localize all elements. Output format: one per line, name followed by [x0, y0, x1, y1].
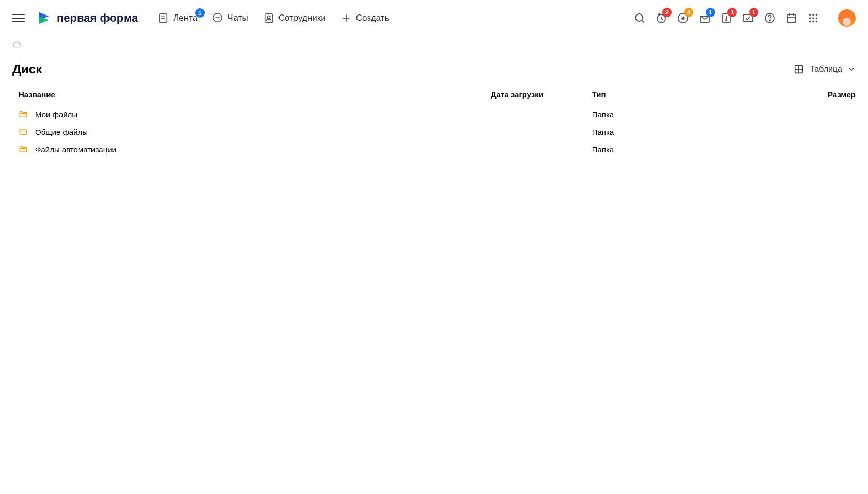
grid-view-icon	[793, 64, 804, 75]
svg-point-31	[809, 17, 811, 19]
table-row[interactable]: Общие файлы Папка	[12, 123, 868, 141]
folder-icon	[19, 145, 28, 154]
cloud-icon[interactable]	[12, 40, 22, 50]
help-button[interactable]	[764, 12, 776, 24]
chat-icon	[212, 12, 223, 24]
table-header: Название Дата загрузки Тип Размер	[12, 85, 868, 105]
view-switcher[interactable]: Таблица	[793, 64, 856, 75]
favorites-badge: 4	[684, 8, 693, 17]
svg-point-6	[267, 16, 270, 19]
svg-point-34	[809, 21, 811, 23]
svg-rect-5	[265, 14, 272, 23]
row-name-text: Общие файлы	[35, 128, 88, 136]
table-row[interactable]: Мои файлы Папка	[12, 105, 868, 123]
table-body: Мои файлы Папка Общие файлы Папка Файлы …	[12, 105, 868, 158]
page-title: Диск	[12, 62, 42, 76]
nav-chats[interactable]: Чаты	[212, 12, 248, 24]
nav-create-label: Создать	[356, 13, 390, 23]
alert-badge: 1	[727, 8, 737, 17]
calendar-button[interactable]	[785, 12, 798, 24]
folder-icon	[19, 110, 28, 119]
apps-button[interactable]	[807, 12, 819, 24]
col-header-size[interactable]: Размер	[778, 90, 862, 99]
inbox-badge: 1	[706, 8, 715, 17]
view-label: Таблица	[810, 65, 842, 74]
breadcrumb	[0, 36, 868, 54]
alert-button[interactable]: 1	[720, 12, 733, 24]
nav-employees-label: Сотрудники	[278, 13, 326, 23]
nav-create[interactable]: Создать	[340, 12, 390, 24]
svg-point-23	[769, 20, 770, 21]
svg-line-10	[642, 20, 644, 23]
brand-name: первая форма	[57, 11, 138, 25]
nav-feed[interactable]: Лента 1	[158, 12, 197, 24]
row-type: Папка	[592, 145, 778, 154]
svg-point-35	[812, 21, 814, 23]
page-header: Диск Таблица	[0, 54, 868, 85]
svg-point-28	[809, 14, 811, 16]
file-table: Название Дата загрузки Тип Размер Мои фа…	[12, 85, 868, 158]
svg-point-33	[816, 17, 818, 19]
row-type: Папка	[592, 110, 778, 119]
brand-logo[interactable]: первая форма	[36, 10, 138, 26]
row-type: Папка	[592, 128, 778, 136]
col-header-type[interactable]: Тип	[592, 90, 778, 99]
table-row[interactable]: Файлы автоматизации Папка	[12, 141, 868, 158]
approve-button[interactable]: 1	[742, 12, 754, 24]
search-icon	[633, 12, 646, 24]
svg-point-30	[816, 14, 818, 16]
clock-button[interactable]: 2	[655, 12, 668, 24]
svg-point-29	[812, 14, 814, 16]
nav-feed-label: Лента	[173, 13, 197, 23]
user-avatar[interactable]	[838, 9, 856, 27]
row-name-text: Файлы автоматизации	[35, 145, 116, 154]
inbox-button[interactable]: 1	[699, 12, 711, 24]
header-actions: 2 4 1 1	[633, 9, 856, 27]
nav-feed-badge: 1	[195, 8, 205, 18]
main-nav: Лента 1 Чаты Сотрудники Создать	[158, 12, 389, 24]
help-icon	[764, 12, 776, 24]
logo-icon	[36, 10, 52, 26]
svg-point-36	[816, 21, 818, 23]
svg-point-20	[726, 20, 727, 21]
clock-badge: 2	[662, 8, 672, 17]
svg-point-9	[636, 14, 643, 21]
nav-employees[interactable]: Сотрудники	[263, 12, 326, 24]
svg-line-13	[661, 19, 663, 20]
nav-chats-label: Чаты	[227, 13, 248, 23]
col-header-date[interactable]: Дата загрузки	[491, 90, 592, 99]
approve-badge: 1	[749, 8, 758, 17]
svg-rect-0	[160, 14, 167, 23]
chevron-down-icon	[847, 65, 856, 73]
feed-icon	[158, 12, 169, 24]
svg-point-32	[812, 17, 814, 19]
apps-grid-icon	[808, 12, 819, 24]
svg-rect-24	[787, 14, 796, 23]
app-header: первая форма Лента 1 Чаты Со	[0, 0, 868, 36]
plus-icon	[340, 12, 352, 24]
row-name-text: Мои файлы	[35, 110, 78, 119]
col-header-name[interactable]: Название	[19, 90, 491, 99]
menu-toggle-button[interactable]	[12, 12, 25, 24]
employees-icon	[263, 12, 274, 24]
favorites-button[interactable]: 4	[677, 12, 689, 24]
folder-icon	[19, 127, 28, 136]
calendar-icon	[785, 12, 798, 24]
search-button[interactable]	[633, 12, 646, 24]
